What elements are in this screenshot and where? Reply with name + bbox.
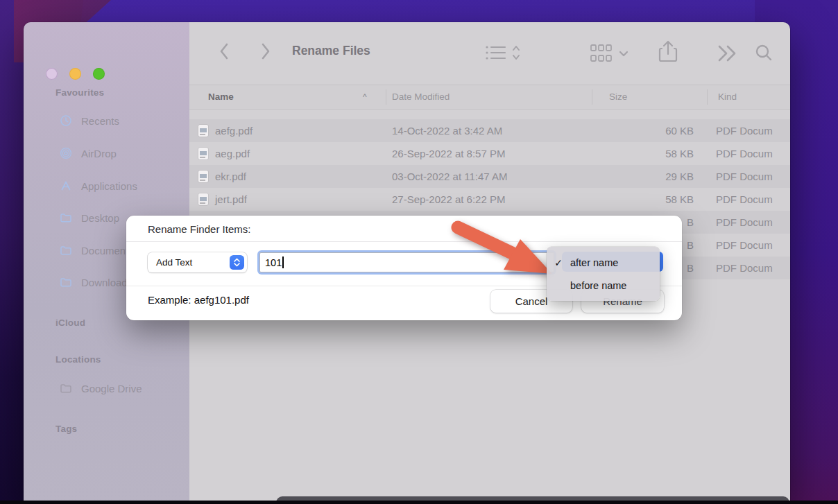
sidebar-item-recents[interactable]: Recents bbox=[60, 110, 119, 131]
file-kind: PDF Docum bbox=[716, 119, 790, 142]
file-date: 26-Sep-2022 at 8:57 PM bbox=[392, 142, 505, 165]
sidebar-item-applications[interactable]: Applications bbox=[60, 175, 137, 196]
file-date: 03-Oct-2022 at 11:47 AM bbox=[392, 165, 508, 188]
folder-icon bbox=[60, 211, 72, 224]
close-button[interactable] bbox=[46, 68, 58, 80]
list-view-icon[interactable] bbox=[485, 44, 521, 61]
menu-item-before-name[interactable]: before name bbox=[547, 274, 660, 297]
minimize-button[interactable] bbox=[69, 68, 81, 80]
folder-icon bbox=[60, 244, 72, 257]
checkmark-icon: ✓ bbox=[547, 257, 570, 268]
clock-icon bbox=[60, 114, 72, 127]
sidebar-section-tags: Tags bbox=[55, 424, 77, 434]
example-text: Example: aefg101.pdf bbox=[148, 294, 249, 306]
zoom-button[interactable] bbox=[93, 68, 105, 80]
sidebar-section-favourites: Favourites bbox=[55, 87, 104, 98]
sidebar-item-label: Recents bbox=[81, 115, 119, 127]
dialog-title: Rename Finder Items: bbox=[148, 223, 250, 235]
pdf-file-icon bbox=[198, 171, 208, 182]
table-row[interactable]: aeg.pdf 26-Sep-2022 at 8:57 PM 58 KB PDF… bbox=[189, 142, 790, 165]
table-row[interactable]: ekr.pdf 03-Oct-2022 at 11:47 AM 29 KB PD… bbox=[189, 165, 790, 188]
sidebar-item-label: AirDrop bbox=[81, 148, 117, 159]
file-kind: PDF Docum bbox=[716, 257, 790, 279]
file-name: ekr.pdf bbox=[215, 165, 246, 188]
share-icon[interactable] bbox=[658, 40, 678, 65]
group-icon[interactable] bbox=[590, 44, 631, 62]
column-header-date[interactable]: Date Modified bbox=[392, 85, 450, 109]
position-dropdown-menu: ✓ after name before name bbox=[547, 247, 660, 301]
column-divider[interactable] bbox=[592, 89, 592, 105]
search-icon[interactable] bbox=[754, 43, 773, 62]
file-name: aeg.pdf bbox=[215, 142, 250, 165]
file-kind: PDF Docum bbox=[716, 211, 790, 234]
list-header: Name ^ Date Modified Size Kind bbox=[189, 85, 790, 110]
rename-mode-select[interactable]: Add Text bbox=[148, 252, 247, 272]
column-header-name[interactable]: Name bbox=[208, 85, 234, 109]
sidebar-item-documents[interactable]: Documents bbox=[60, 240, 134, 261]
file-name: aefg.pdf bbox=[215, 119, 253, 142]
file-kind: PDF Docum bbox=[716, 188, 790, 211]
pdf-file-icon bbox=[198, 148, 208, 159]
forward-icon[interactable] bbox=[260, 42, 271, 61]
dialog-divider bbox=[126, 241, 682, 242]
screen-bottom-edge bbox=[0, 501, 838, 504]
sidebar-item-airdrop[interactable]: AirDrop bbox=[60, 143, 117, 164]
pdf-file-icon bbox=[198, 125, 208, 137]
menu-item-after-name[interactable]: ✓ after name bbox=[547, 251, 660, 274]
text-caret bbox=[282, 257, 284, 268]
sidebar-item-desktop[interactable]: Desktop bbox=[60, 207, 119, 228]
sidebar-section-icloud: iCloud bbox=[55, 318, 85, 328]
table-row[interactable]: aefg.pdf 14-Oct-2022 at 3:42 AM 60 KB PD… bbox=[189, 119, 790, 142]
sidebar-item-label: Google Drive bbox=[81, 383, 142, 394]
toolbar: Rename Files bbox=[189, 22, 790, 85]
column-header-kind[interactable]: Kind bbox=[718, 85, 737, 109]
file-kind: PDF Docum bbox=[716, 165, 790, 188]
sidebar-item-google-drive[interactable]: Google Drive bbox=[60, 378, 142, 399]
popup-stepper-icon bbox=[230, 255, 244, 270]
column-divider[interactable] bbox=[707, 89, 708, 105]
file-size: 60 KB bbox=[578, 119, 694, 142]
window-title: Rename Files bbox=[292, 44, 370, 58]
sort-ascending-icon: ^ bbox=[363, 85, 367, 109]
traffic-lights bbox=[46, 68, 105, 80]
sidebar-section-locations: Locations bbox=[55, 354, 101, 365]
applications-icon bbox=[60, 180, 72, 192]
file-name: jert.pdf bbox=[215, 188, 247, 211]
back-icon[interactable] bbox=[219, 42, 230, 61]
column-divider[interactable] bbox=[386, 89, 386, 105]
mode-select-value: Add Text bbox=[156, 257, 230, 268]
menu-item-label: before name bbox=[570, 280, 626, 291]
sidebar-item-downloads[interactable]: Downloads bbox=[60, 272, 132, 293]
file-kind: PDF Docum bbox=[716, 142, 790, 165]
file-size: 58 KB bbox=[578, 188, 694, 211]
column-header-size[interactable]: Size bbox=[609, 85, 627, 109]
folder-icon bbox=[60, 382, 72, 394]
sidebar-item-label: Applications bbox=[81, 180, 137, 192]
more-icon[interactable] bbox=[717, 44, 739, 62]
sidebar-item-label: Desktop bbox=[81, 212, 119, 224]
menu-item-label: after name bbox=[570, 257, 618, 268]
airdrop-icon bbox=[60, 147, 72, 159]
file-kind: PDF Docum bbox=[716, 234, 790, 257]
pdf-file-icon bbox=[198, 193, 208, 205]
folder-icon bbox=[60, 276, 72, 288]
file-date: 14-Oct-2022 at 3:42 AM bbox=[392, 119, 502, 142]
file-size: 29 KB bbox=[578, 165, 694, 188]
file-size: 58 KB bbox=[578, 142, 694, 165]
input-value: 101 bbox=[265, 257, 282, 268]
sidebar-item-label: Downloads bbox=[81, 277, 132, 288]
